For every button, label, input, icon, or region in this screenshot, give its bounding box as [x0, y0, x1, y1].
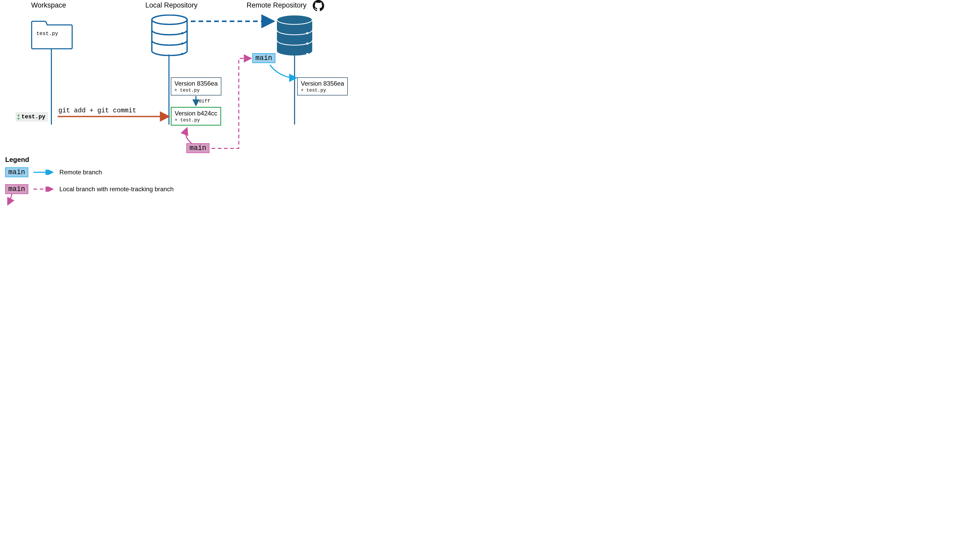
legend-remote-arrow [33, 170, 54, 175]
legend-local-tag: main [5, 184, 28, 194]
legend-local-down-arrow [7, 194, 18, 207]
local-version-1-sub: + test.py [174, 88, 218, 93]
remote-main-branch-tag: main [252, 53, 275, 63]
remote-repo-heading: Remote Repository [247, 1, 307, 10]
legend-local-text: Local branch with remote-tracking branch [59, 186, 173, 193]
svg-point-7 [306, 53, 308, 55]
remote-version-8356ea: Version 8356ea + test.py [297, 77, 348, 95]
local-version-2-title: Version b424cc [175, 110, 217, 117]
add-commit-label: git add + git commit [58, 107, 136, 114]
legend-remote-text: Remote branch [59, 169, 102, 176]
local-version-8356ea: Version 8356ea + test.py [171, 77, 221, 95]
remote-main-to-version [270, 65, 296, 78]
remote-repo-db-icon [275, 14, 313, 57]
local-version-2-sub: + test.py [175, 117, 217, 123]
legend-remote-tag: main [5, 167, 28, 177]
folder-file-label: test.py [37, 31, 58, 37]
modified-file-name: test.py [22, 114, 45, 120]
local-main-tracking [212, 59, 250, 148]
legend-local-row: main Local branch with remote-tracking b… [5, 184, 173, 194]
workspace-folder: test.py [30, 20, 73, 50]
remote-version-1-title: Version 8356ea [301, 80, 344, 87]
svg-point-5 [306, 32, 308, 34]
diff-label: diff [199, 98, 210, 104]
svg-point-0 [152, 15, 187, 24]
local-version-1-title: Version 8356ea [174, 80, 218, 87]
local-version-b424cc: Version b424cc + test.py [171, 107, 221, 125]
svg-point-1 [181, 32, 183, 34]
local-repo-db-icon [151, 14, 188, 57]
svg-point-4 [277, 15, 312, 24]
legend-title: Legend [5, 156, 29, 164]
workspace-heading: Workspace [31, 1, 66, 10]
svg-point-2 [181, 43, 183, 44]
legend-local-dashed-arrow [33, 187, 54, 192]
local-main-branch-tag: main [186, 143, 210, 153]
svg-point-3 [181, 53, 183, 55]
github-icon [313, 0, 324, 13]
svg-point-6 [306, 43, 308, 44]
diff-plus-icon: ++ [17, 114, 20, 120]
remote-version-1-sub: + test.py [301, 88, 344, 93]
local-repo-heading: Local Repository [145, 1, 197, 10]
local-main-to-version [186, 129, 192, 144]
modified-file-chip: ++ test.py [16, 112, 48, 122]
legend-remote-row: main Remote branch [5, 167, 102, 177]
